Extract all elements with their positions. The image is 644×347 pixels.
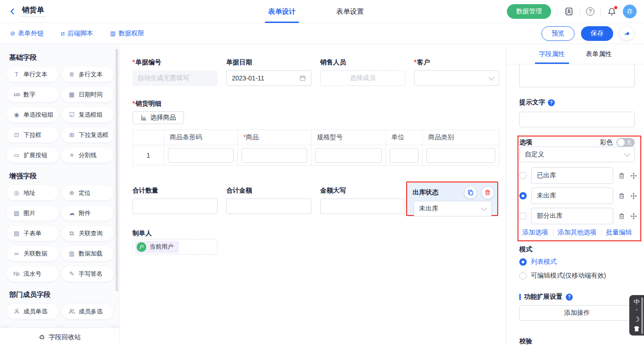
field-type-定位[interactable]: ⊕定位 xyxy=(62,185,114,200)
cell-input[interactable] xyxy=(315,148,382,163)
field-type-下拉框[interactable]: ⊡下拉框 xyxy=(6,127,58,142)
option-radio[interactable] xyxy=(519,212,527,220)
add-operation-button[interactable]: 添加操作 xyxy=(519,305,635,321)
header-tab-2[interactable]: 表单设置 xyxy=(336,0,364,23)
header-tab-1[interactable]: 表单设计 xyxy=(268,0,296,23)
mode-radio[interactable] xyxy=(519,258,527,266)
field-type-地址[interactable]: ◎地址 xyxy=(6,185,58,200)
link-批量编辑[interactable]: 批量编辑 xyxy=(606,228,632,237)
delete-option-icon[interactable] xyxy=(618,193,625,199)
address-icon: ◎ xyxy=(12,189,21,196)
user-avatar[interactable]: 存 xyxy=(623,5,637,18)
field-type-下拉复选框[interactable]: ⊞下拉复选框 xyxy=(62,127,114,142)
option-radio[interactable] xyxy=(519,172,527,179)
cell-input[interactable] xyxy=(168,148,234,163)
field-type-多行文本[interactable]: ≣多行文本 xyxy=(62,67,114,82)
field-type-单行文本[interactable]: T单行文本 xyxy=(6,67,58,82)
toolbar-link-数据权限[interactable]: ▥数据权限 xyxy=(110,29,144,38)
field-type-手写签名[interactable]: ✎手写签名 xyxy=(62,266,114,281)
panel-scrollbar[interactable] xyxy=(641,297,643,334)
selected-field-outbound-status[interactable]: 出库状态 未出库 xyxy=(406,182,498,216)
delete-field-button[interactable] xyxy=(482,187,494,199)
table-cell-单位[interactable] xyxy=(386,145,423,165)
drag-option-icon[interactable] xyxy=(630,213,637,220)
divider xyxy=(600,8,601,15)
mode-radio[interactable] xyxy=(519,272,527,279)
back-icon[interactable] xyxy=(7,6,17,17)
panel-tab-1[interactable]: 字段属性 xyxy=(539,44,565,64)
field-type-子表单[interactable]: ▤子表单 xyxy=(6,226,58,241)
field-input-销售人员[interactable]: 选择成员 xyxy=(320,70,405,86)
option-value-input[interactable]: 已出库 xyxy=(531,167,613,184)
field-name-input[interactable] xyxy=(519,64,635,87)
cell-input[interactable] xyxy=(242,148,307,163)
field-input-客户[interactable] xyxy=(414,70,499,86)
field-type-关联查询[interactable]: ⧉关联查询 xyxy=(62,226,114,241)
field-input-金额大写[interactable] xyxy=(320,199,405,214)
mode-option-2[interactable]: 可编辑模式(仅移动端有效) xyxy=(519,272,606,280)
field-type-数字[interactable]: 123数字 xyxy=(6,87,58,102)
color-toggle[interactable]: 关 xyxy=(616,138,635,147)
help-icon[interactable]: ? xyxy=(586,7,594,16)
cell-input[interactable] xyxy=(390,148,419,163)
option-value-input[interactable]: 未出库 xyxy=(531,188,613,204)
cell-input[interactable] xyxy=(426,148,495,163)
extension-help-icon[interactable]: ? xyxy=(566,294,573,301)
language-icon[interactable]: 中 xyxy=(634,299,640,305)
table-cell-商品[interactable] xyxy=(238,145,311,165)
share-button[interactable] xyxy=(620,26,634,40)
field-input-合计金额[interactable] xyxy=(226,199,311,214)
dark-mode-moon-icon[interactable]: ☽ xyxy=(633,316,639,323)
option-value-input[interactable]: 部分出库 xyxy=(531,208,613,224)
options-source-select[interactable]: 自定义 xyxy=(519,147,635,162)
field-type-扩展按钮[interactable]: ▭扩展按钮 xyxy=(6,148,58,163)
option-radio[interactable] xyxy=(519,192,527,199)
field-type-流水号[interactable]: №流水号 xyxy=(6,266,58,281)
drag-option-icon[interactable] xyxy=(630,172,637,179)
notification-bell-icon[interactable] xyxy=(607,6,617,17)
toolbar-link-后端脚本[interactable]: ⧄后端脚本 xyxy=(61,29,93,38)
form-title[interactable]: 销货单 xyxy=(21,6,45,17)
table-cell-规格型号[interactable] xyxy=(311,145,386,165)
field-type-成员单选[interactable]: 成员单选 xyxy=(6,304,58,319)
table-cell-商品类别[interactable] xyxy=(423,145,500,165)
male-icon[interactable]: ♂ xyxy=(635,308,638,312)
field-type-复选框组[interactable]: ☑复选框组 xyxy=(62,107,114,122)
field-type-成员多选[interactable]: 成员多选 xyxy=(62,304,114,319)
section-grid: ◎地址⊕定位▧图片☁附件▤子表单⧉关联查询∞关联数据▥数据加载№流水号✎手写签名 xyxy=(0,185,119,281)
field-recycle-bin[interactable]: ♻ 字段回收站 xyxy=(0,328,120,347)
theme-shirt-icon[interactable] xyxy=(633,326,640,332)
hint-help-icon[interactable]: ? xyxy=(548,99,555,106)
hint-text-input[interactable] xyxy=(519,112,635,127)
data-manage-button[interactable]: 数据管理 xyxy=(507,4,551,19)
link-添加选项[interactable]: 添加选项 xyxy=(523,228,548,237)
field-type-日期时间[interactable]: ▦日期时间 xyxy=(62,87,114,102)
contact-book-icon[interactable] xyxy=(564,6,574,17)
sidebar-scrollbar[interactable] xyxy=(115,49,118,291)
select-product-button[interactable]: 选择商品 xyxy=(132,111,184,124)
field-type-分割线[interactable]: ≡分割线 xyxy=(62,148,114,163)
field-type-单选按钮组[interactable]: ◉单选按钮组 xyxy=(6,107,58,122)
save-button[interactable]: 保存 xyxy=(581,26,613,41)
field-type-图片[interactable]: ▧图片 xyxy=(6,205,58,221)
table-cell-商品条形码[interactable] xyxy=(164,145,238,165)
field-type-数据加载[interactable]: ▥数据加载 xyxy=(62,246,114,261)
creator-field[interactable]: 户 当前用户 xyxy=(132,239,218,255)
field-input-单据日期[interactable]: 2023-01-11 xyxy=(226,70,311,86)
delete-option-icon[interactable] xyxy=(618,213,625,220)
outbound-status-select[interactable]: 未出库 xyxy=(414,201,492,216)
toolbar-link-表单外链[interactable]: ⊘表单外链 xyxy=(10,29,44,38)
panel-tab-2[interactable]: 表单属性 xyxy=(586,44,612,64)
field-type-关联数据[interactable]: ∞关联数据 xyxy=(6,246,58,261)
preview-button[interactable]: 预览 xyxy=(541,26,575,41)
link-添加其他选项[interactable]: 添加其他选项 xyxy=(558,228,597,237)
field-input-合计数量[interactable] xyxy=(132,199,218,214)
copy-field-button[interactable] xyxy=(465,187,477,199)
drag-option-icon[interactable] xyxy=(630,193,637,199)
field-type-label: 下拉框 xyxy=(23,131,41,139)
field-type-附件[interactable]: ☁附件 xyxy=(62,205,114,221)
form-design-canvas: 单据编号自动生成无需填写单据日期2023-01-11销售人员选择成员客户 销货明… xyxy=(120,44,506,347)
mode-option-1[interactable]: 列表模式 xyxy=(519,258,606,266)
delete-option-icon[interactable] xyxy=(618,172,625,179)
field-input-单据编号[interactable]: 自动生成无需填写 xyxy=(132,70,218,86)
